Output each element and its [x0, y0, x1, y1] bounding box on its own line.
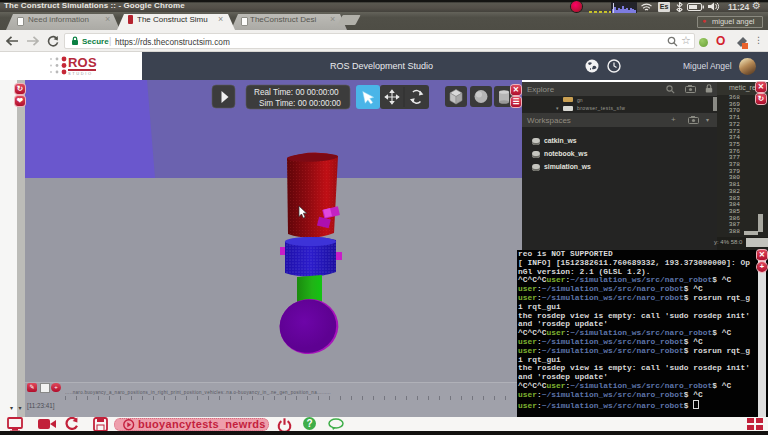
svg-text:Sim Time: 00 00:00:00: Sim Time: 00 00:00:00 — [259, 99, 341, 108]
svg-text:Real Time: 00 00:00:00: Real Time: 00 00:00:00 — [254, 88, 339, 97]
